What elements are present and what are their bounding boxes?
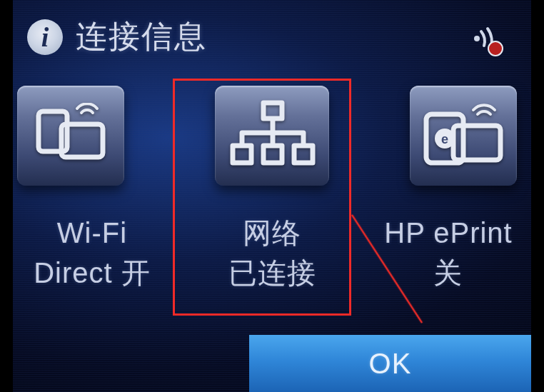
svg-rect-4	[263, 103, 282, 119]
svg-text:e: e	[441, 132, 448, 146]
info-icon: i	[27, 19, 63, 55]
svg-point-1	[488, 41, 503, 56]
tiles-row: Wi-Fi Direct 开 网络 已连接	[13, 86, 531, 293]
ethernet-network-icon	[215, 86, 329, 186]
page-title: 连接信息	[76, 16, 207, 58]
hp-eprint-icon: e	[410, 86, 517, 186]
tile-network-label: 网络 已连接	[228, 213, 316, 293]
header-bar: i 连接信息	[27, 16, 207, 58]
tile-hp-eprint[interactable]: e HP ePrint 关	[370, 86, 520, 293]
svg-point-0	[474, 36, 480, 41]
tile-network[interactable]: 网络 已连接	[197, 86, 347, 293]
info-glyph: i	[41, 21, 49, 53]
tile-wifi-direct[interactable]: Wi-Fi Direct 开	[24, 86, 174, 293]
wireless-signal-error-icon	[467, 24, 505, 57]
svg-rect-7	[294, 146, 313, 163]
ok-button[interactable]: OK	[249, 335, 531, 392]
svg-rect-9	[453, 126, 500, 160]
printer-touchscreen: i 连接信息	[13, 0, 531, 392]
tile-hp-eprint-label: HP ePrint 关	[384, 213, 512, 293]
svg-rect-5	[233, 146, 251, 163]
tile-wifi-direct-label: Wi-Fi Direct 开	[34, 213, 151, 293]
ok-button-label: OK	[369, 348, 412, 380]
svg-rect-6	[263, 146, 282, 163]
wifi-direct-icon	[17, 86, 124, 186]
